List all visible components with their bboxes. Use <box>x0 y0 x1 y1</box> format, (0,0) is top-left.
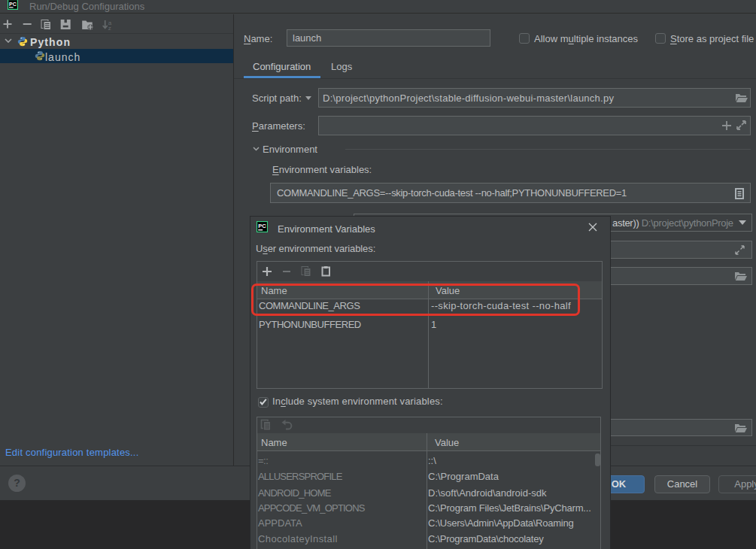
svg-text:PC: PC <box>258 223 266 229</box>
svg-text:z: z <box>108 25 111 30</box>
svg-text:PC: PC <box>9 2 17 7</box>
